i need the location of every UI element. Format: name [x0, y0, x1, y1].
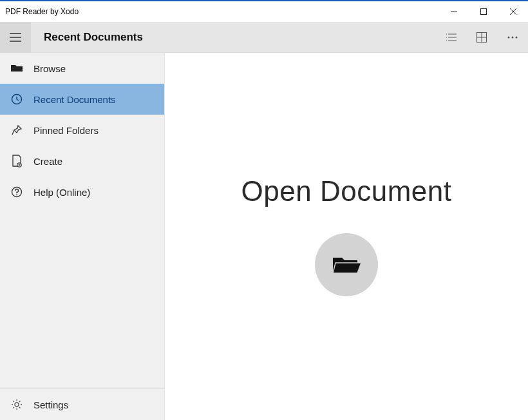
close-icon [510, 8, 516, 15]
sidebar-item-label: Help (Online) [33, 187, 90, 198]
svg-point-2 [508, 36, 510, 38]
sidebar-item-recent[interactable]: Recent Documents [0, 84, 164, 115]
main-content: Open Document [165, 53, 528, 420]
clock-icon [10, 93, 23, 105]
sidebar-footer: Settings [0, 388, 164, 420]
pin-icon [10, 125, 23, 135]
maximize-button[interactable] [469, 1, 498, 22]
close-button[interactable] [498, 1, 528, 22]
sidebar-item-label: Create [33, 156, 62, 167]
sidebar: Browse Recent Documents Pinned Folders C… [0, 53, 165, 420]
sidebar-item-help[interactable]: Help (Online) [0, 177, 164, 207]
svg-point-8 [16, 194, 17, 195]
gear-icon [10, 399, 23, 410]
sidebar-item-create[interactable]: Create [0, 146, 164, 177]
grid-view-button[interactable] [466, 22, 497, 53]
maximize-icon [480, 8, 487, 15]
window-title: PDF Reader by Xodo [5, 7, 79, 16]
grid-icon [476, 32, 487, 43]
sidebar-item-label: Pinned Folders [33, 125, 99, 136]
more-icon [507, 36, 518, 39]
sidebar-item-pinned[interactable]: Pinned Folders [0, 115, 164, 146]
svg-point-9 [15, 403, 19, 406]
window-controls [439, 1, 528, 22]
body: Browse Recent Documents Pinned Folders C… [0, 53, 528, 420]
hamburger-button[interactable] [0, 22, 31, 53]
svg-point-4 [516, 36, 518, 38]
sidebar-item-label: Recent Documents [33, 94, 116, 105]
open-document-button[interactable] [315, 233, 378, 296]
help-icon [10, 186, 23, 198]
sidebar-list: Browse Recent Documents Pinned Folders C… [0, 53, 164, 388]
sidebar-item-label: Browse [33, 63, 66, 74]
more-button[interactable] [497, 22, 528, 53]
titlebar: PDF Reader by Xodo [0, 1, 528, 22]
sidebar-item-settings[interactable]: Settings [0, 389, 164, 420]
minimize-button[interactable] [439, 1, 469, 22]
svg-point-3 [512, 36, 514, 38]
svg-rect-0 [481, 9, 487, 15]
folder-icon [10, 64, 23, 73]
list-view-button[interactable] [435, 22, 466, 53]
page-title: Recent Documents [44, 31, 143, 44]
open-document-heading: Open Document [241, 175, 452, 207]
folder-open-icon [332, 254, 361, 276]
list-icon [445, 33, 457, 42]
create-doc-icon [10, 155, 23, 167]
toolbar: Recent Documents [0, 22, 528, 53]
sidebar-item-browse[interactable]: Browse [0, 53, 164, 84]
hamburger-icon [10, 33, 21, 42]
minimize-icon [451, 8, 457, 15]
sidebar-item-label: Settings [33, 399, 68, 410]
